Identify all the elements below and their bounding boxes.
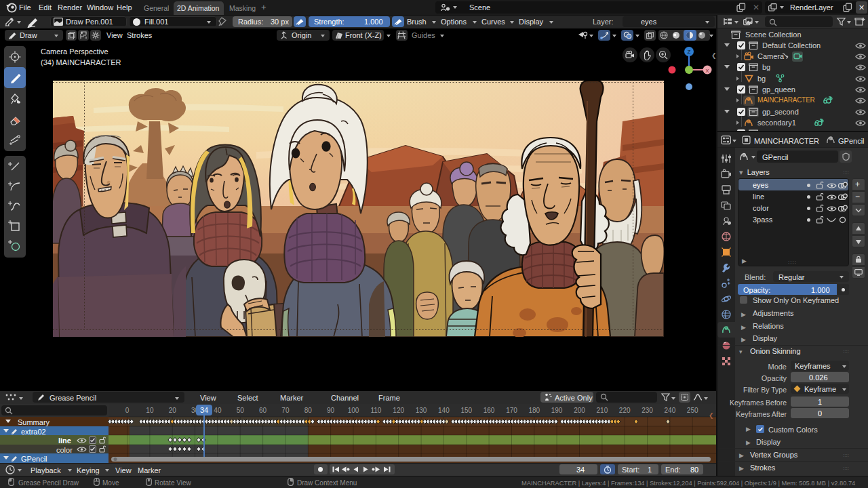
svg-text:140: 140: [438, 407, 450, 414]
svg-text:Z: Z: [688, 49, 691, 55]
svg-text:70: 70: [281, 407, 290, 414]
svg-text:40: 40: [214, 407, 222, 414]
svg-text:130: 130: [416, 407, 427, 414]
svg-text:X: X: [705, 68, 709, 74]
svg-text:90: 90: [327, 407, 335, 414]
svg-text:200: 200: [574, 407, 585, 414]
svg-text:20: 20: [169, 407, 177, 414]
svg-text:10: 10: [146, 407, 154, 414]
svg-text:100: 100: [348, 407, 359, 414]
svg-text:230: 230: [642, 407, 653, 414]
svg-text:34: 34: [200, 406, 208, 414]
svg-text:80: 80: [304, 407, 313, 414]
svg-text:60: 60: [259, 407, 267, 414]
svg-text:150: 150: [460, 407, 472, 414]
svg-text:240: 240: [665, 407, 676, 414]
svg-text:250: 250: [687, 407, 698, 414]
svg-text:220: 220: [619, 407, 631, 414]
svg-text:160: 160: [484, 407, 495, 414]
svg-text:190: 190: [551, 407, 563, 414]
svg-text:210: 210: [597, 407, 608, 414]
svg-text:170: 170: [506, 407, 517, 414]
svg-text:180: 180: [528, 407, 540, 414]
svg-text:50: 50: [237, 407, 245, 414]
svg-text:0: 0: [125, 407, 130, 414]
svg-text:120: 120: [393, 407, 404, 414]
svg-text:110: 110: [370, 407, 381, 414]
